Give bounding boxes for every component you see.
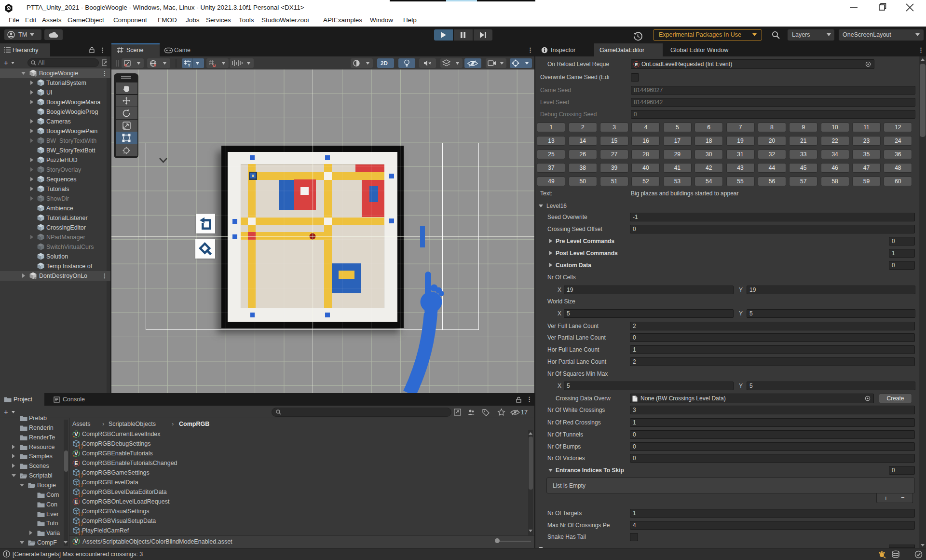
svg-text:Y: Y — [188, 63, 191, 68]
svg-text:E: E — [74, 499, 78, 505]
svg-text:V: V — [74, 431, 78, 437]
svg-text:V: V — [74, 451, 78, 456]
svg-text:E: E — [74, 460, 78, 466]
svg-text:V: V — [74, 538, 78, 544]
svg-text:E: E — [635, 62, 638, 67]
